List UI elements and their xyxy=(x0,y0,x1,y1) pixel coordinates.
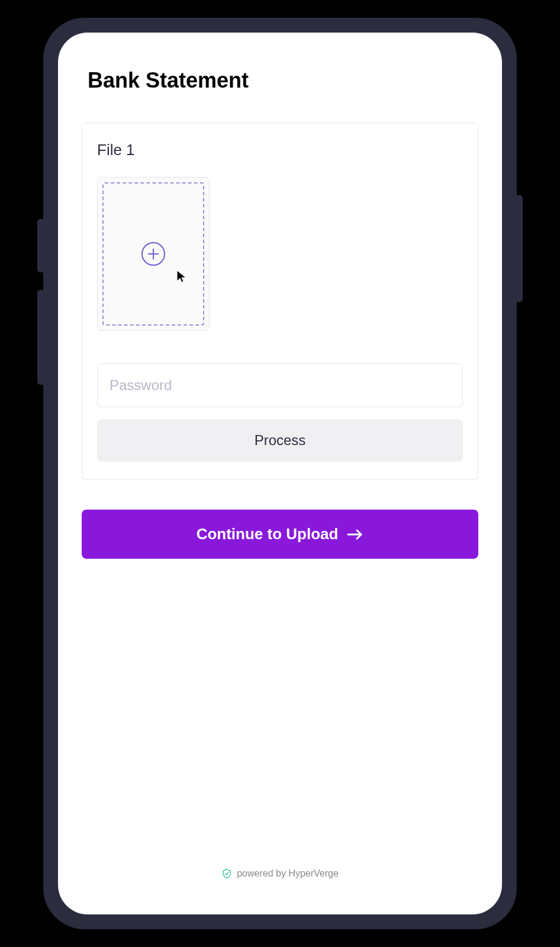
password-input[interactable] xyxy=(97,363,463,407)
file-dropzone[interactable] xyxy=(102,182,204,326)
continue-button[interactable]: Continue to Upload xyxy=(82,510,478,559)
page-title: Bank Statement xyxy=(88,68,478,93)
upload-card: File 1 Process xyxy=(82,123,478,480)
continue-button-label: Continue to Upload xyxy=(197,525,339,543)
footer-text: powered by HyperVerge xyxy=(237,868,339,879)
file-label: File 1 xyxy=(97,141,463,159)
volume-button xyxy=(37,290,43,385)
power-button xyxy=(517,195,523,302)
plus-circle-icon xyxy=(141,242,165,266)
file-dropzone-container xyxy=(97,177,210,331)
process-button[interactable]: Process xyxy=(97,419,463,462)
arrow-right-icon xyxy=(347,529,363,540)
phone-frame: Bank Statement File 1 Process Continue t… xyxy=(43,18,517,929)
screen: Bank Statement File 1 Process Continue t… xyxy=(58,33,502,914)
shield-check-icon xyxy=(221,868,232,879)
footer: powered by HyperVerge xyxy=(82,868,478,897)
mute-switch xyxy=(37,219,43,272)
